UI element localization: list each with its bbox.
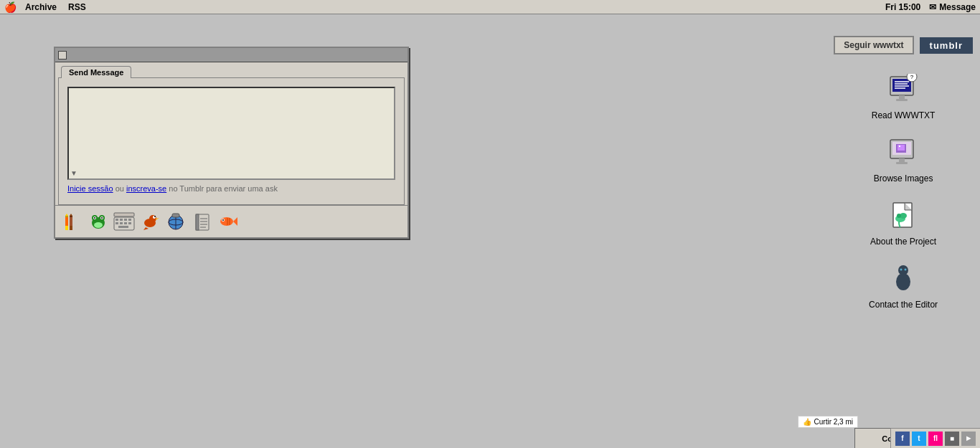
contact-editor-svg	[887, 263, 919, 295]
svg-rect-36	[172, 214, 179, 217]
desktop: Send Message ▼ Inicie sessão ou inscreva…	[0, 14, 980, 448]
thumbs-up-icon: 👍	[803, 418, 811, 426]
svg-rect-20	[128, 219, 131, 221]
svg-rect-22	[120, 222, 123, 224]
svg-marker-44	[233, 217, 237, 226]
rss-menu[interactable]: RSS	[68, 2, 86, 12]
about-project-label: About the Project	[870, 237, 936, 247]
browse-images-label: Browse Images	[874, 173, 933, 184]
svg-rect-17	[116, 219, 118, 221]
browse-images-icon	[885, 135, 921, 171]
svg-rect-67	[896, 162, 908, 164]
svg-rect-1	[65, 217, 68, 226]
icon-keyboard[interactable]	[113, 210, 136, 233]
desktop-icon-contact-editor[interactable]: Contact the Editor	[860, 261, 946, 310]
message-label: Message	[939, 2, 976, 12]
scroll-indicator: ▼	[69, 168, 79, 178]
svg-rect-19	[124, 219, 127, 221]
square-icon[interactable]: ■	[945, 432, 959, 446]
icon-fish[interactable]	[216, 210, 239, 233]
svg-rect-38	[196, 214, 199, 230]
svg-rect-26	[114, 213, 134, 216]
window-close-box[interactable]	[58, 51, 67, 59]
svg-rect-0	[65, 226, 68, 230]
desktop-icon-browse-images[interactable]: Browse Images	[860, 135, 946, 184]
seguir-button[interactable]: Seguir wwwtxt	[834, 36, 913, 54]
svg-point-15	[94, 222, 103, 228]
fish-icon	[217, 211, 237, 232]
svg-rect-5	[70, 217, 72, 226]
browse-images-svg	[887, 137, 919, 168]
desktop-icon-about-project[interactable]: About the Project	[860, 198, 946, 247]
send-message-tab[interactable]: Send Message	[61, 66, 131, 78]
frog-icon	[88, 211, 108, 232]
svg-marker-32	[143, 227, 149, 230]
envelope-icon: ✉	[929, 2, 936, 12]
svg-rect-66	[899, 158, 905, 162]
about-project-icon	[885, 198, 921, 234]
read-wwwtxt-icon: ?	[885, 72, 921, 108]
window-icon-bar	[55, 205, 407, 237]
svg-rect-21	[116, 222, 118, 224]
message-indicator[interactable]: ✉ Message	[929, 2, 976, 12]
keyboard-icon	[113, 211, 136, 232]
social-icons-bar: f t fl ■ ▶	[890, 428, 980, 448]
arrow-right-icon[interactable]: ▶	[961, 432, 976, 446]
svg-point-74	[897, 214, 901, 218]
svg-point-78	[905, 269, 907, 271]
ask-suffix-text: no Tumblr para enviar uma ask	[169, 184, 278, 193]
icon-frog[interactable]	[87, 210, 110, 233]
svg-rect-64	[897, 145, 905, 151]
window-body: ▼ Inicie sessão ou inscreva-se no Tumblr…	[65, 84, 398, 199]
svg-rect-24	[128, 222, 131, 224]
window-titlebar[interactable]	[55, 48, 407, 62]
send-message-window: Send Message ▼ Inicie sessão ou inscreva…	[54, 47, 409, 239]
svg-rect-2	[65, 216, 68, 217]
svg-rect-6	[70, 216, 72, 217]
desktop-icons-panel: Seguir wwwtxt tumblr	[834, 36, 973, 321]
svg-text:?: ?	[910, 74, 914, 80]
message-textarea-container[interactable]: ▼	[67, 87, 395, 180]
svg-rect-56	[899, 95, 905, 99]
message-textarea[interactable]	[69, 88, 394, 178]
svg-rect-51	[892, 79, 911, 92]
desktop-icon-read-wwwtxt[interactable]: ? Read WWWTXT	[860, 72, 946, 120]
svg-rect-25	[118, 226, 128, 228]
svg-rect-57	[896, 99, 908, 101]
svg-rect-4	[70, 226, 72, 230]
svg-point-30	[154, 216, 156, 217]
pencil-icon	[62, 211, 83, 232]
svg-rect-18	[120, 219, 123, 221]
fb-like-popup[interactable]: 👍 Curtir 2,3 mi	[798, 416, 858, 428]
flickr-icon[interactable]: fl	[928, 432, 943, 446]
icon-pencil[interactable]	[61, 210, 84, 233]
fb-like-count: Curtir 2,3 mi	[814, 418, 853, 426]
twitter-icon[interactable]: t	[912, 432, 926, 446]
about-project-svg	[887, 200, 919, 232]
svg-point-43	[220, 217, 233, 226]
tab-bar: Send Message	[55, 62, 407, 77]
icon-camera[interactable]	[164, 210, 187, 233]
tab-content: ▼ Inicie sessão ou inscreva-se no Tumblr…	[58, 77, 405, 205]
login-link[interactable]: Inicie sessão	[67, 184, 113, 193]
contact-editor-icon	[885, 261, 921, 297]
read-wwwtxt-label: Read WWWTXT	[872, 110, 936, 120]
svg-point-76	[896, 273, 910, 290]
tumblr-button[interactable]: tumblr	[920, 37, 973, 54]
tab-label: Send Message	[69, 68, 123, 77]
ask-link-text: Inicie sessão ou inscreva-se no Tumblr p…	[67, 180, 395, 196]
monitor-icon: ?	[887, 74, 919, 105]
facebook-icon[interactable]: f	[895, 432, 910, 446]
icon-notebook[interactable]	[190, 210, 213, 233]
top-buttons: Seguir wwwtxt tumblr	[834, 36, 973, 54]
notebook-icon	[192, 211, 212, 232]
clock: Fri 15:00	[885, 2, 920, 12]
archive-menu[interactable]: Archive	[25, 2, 57, 12]
svg-rect-23	[124, 222, 127, 224]
apple-menu[interactable]: 🍎	[4, 1, 17, 13]
icon-bird[interactable]	[138, 210, 161, 233]
svg-point-77	[900, 269, 903, 271]
register-link[interactable]: inscreva-se	[126, 184, 166, 193]
menubar-right: Fri 15:00 ✉ Message	[885, 2, 976, 12]
svg-point-46	[222, 219, 224, 221]
